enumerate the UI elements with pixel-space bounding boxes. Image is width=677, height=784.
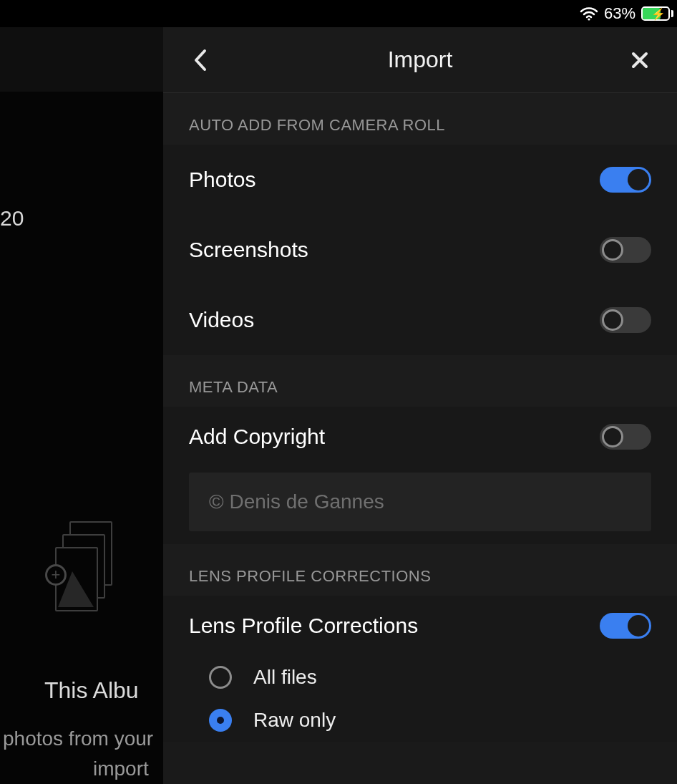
radio-all-files[interactable]	[209, 666, 232, 689]
row-screenshots-label: Screenshots	[189, 238, 308, 262]
back-button[interactable]	[186, 46, 215, 74]
panel-title: Import	[215, 47, 625, 73]
background-truncated-number: 20	[0, 206, 24, 231]
row-videos: Videos	[163, 285, 677, 355]
meta-group: Add Copyright © Denis de Gannes	[163, 407, 677, 544]
radio-row-raw-only: Raw only	[163, 699, 677, 742]
row-videos-label: Videos	[189, 308, 254, 332]
background-sub1: photos from your	[3, 727, 153, 750]
section-header-meta: META DATA	[163, 355, 677, 407]
toggle-photos[interactable]	[600, 167, 651, 193]
copyright-input[interactable]: © Denis de Gannes	[189, 473, 651, 531]
empty-album-placeholder-icon: +	[49, 521, 114, 636]
battery-charging-icon: ⚡	[641, 6, 670, 21]
status-bar: 63% ⚡	[0, 0, 677, 27]
import-panel: Import AUTO ADD FROM CAMERA ROLL Photos …	[163, 27, 677, 784]
row-add-copyright-label: Add Copyright	[189, 425, 325, 449]
row-add-copyright: Add Copyright	[163, 407, 677, 467]
battery-percentage: 63%	[604, 4, 635, 23]
radio-raw-only[interactable]	[209, 709, 232, 732]
lens-group: Lens Profile Corrections All files Raw o…	[163, 596, 677, 742]
row-screenshots: Screenshots	[163, 215, 677, 285]
toggle-lens-profile[interactable]	[600, 613, 651, 639]
radio-raw-only-label: Raw only	[253, 709, 336, 732]
wifi-icon	[580, 6, 598, 21]
close-button[interactable]	[625, 46, 654, 74]
section-header-lens: LENS PROFILE CORRECTIONS	[163, 544, 677, 596]
toggle-add-copyright[interactable]	[600, 424, 651, 450]
panel-header: Import	[163, 27, 677, 93]
background-heading: This Albu	[44, 677, 139, 704]
svg-point-0	[588, 18, 590, 20]
row-lens-profile-label: Lens Profile Corrections	[189, 614, 418, 638]
background-content: 20 + This Albu photos from your import	[0, 92, 163, 784]
copyright-input-placeholder: © Denis de Gannes	[209, 490, 384, 513]
toggle-videos[interactable]	[600, 307, 651, 333]
row-photos-label: Photos	[189, 168, 255, 192]
background-sub2: import	[93, 758, 149, 780]
auto-add-group: Photos Screenshots Videos	[163, 145, 677, 355]
radio-row-all-files: All files	[163, 656, 677, 699]
row-photos: Photos	[163, 145, 677, 215]
toggle-screenshots[interactable]	[600, 237, 651, 263]
section-header-auto-add: AUTO ADD FROM CAMERA ROLL	[163, 93, 677, 145]
row-lens-profile: Lens Profile Corrections	[163, 596, 677, 656]
radio-all-files-label: All files	[253, 666, 317, 689]
